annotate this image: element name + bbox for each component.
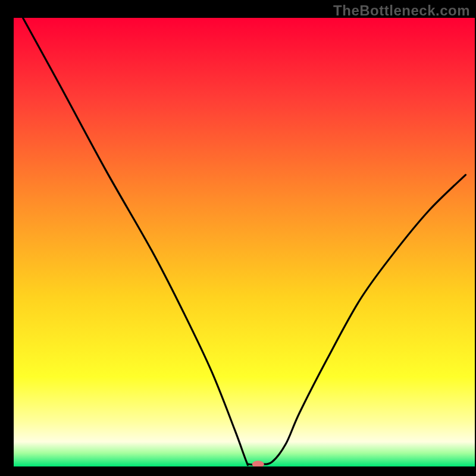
- chart-stage: TheBottleneck.com: [0, 0, 476, 476]
- bottleneck-chart: [0, 0, 476, 476]
- minimum-marker: [252, 461, 264, 468]
- gradient-background: [14, 18, 475, 466]
- watermark-text: TheBottleneck.com: [333, 2, 470, 19]
